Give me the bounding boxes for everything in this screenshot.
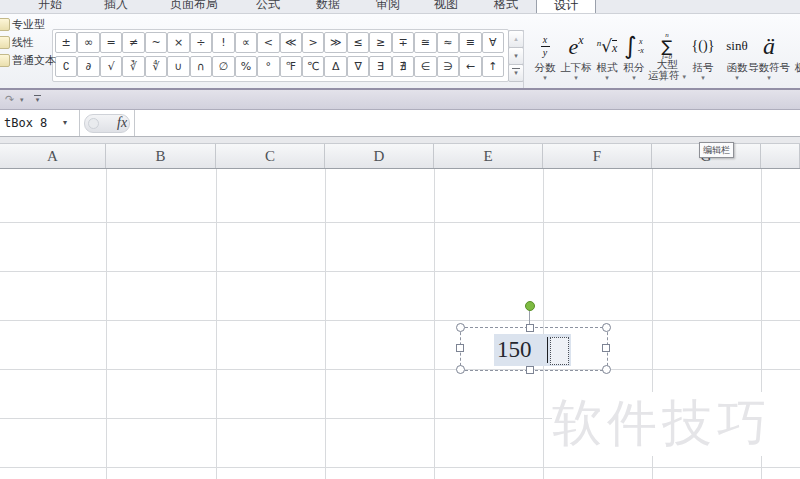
structure-item-clipped[interactable]: 极 xyxy=(789,30,800,88)
column-header-F[interactable]: F xyxy=(543,144,652,168)
rotation-handle[interactable] xyxy=(525,301,535,311)
mode-button-1[interactable]: 专业型 xyxy=(0,16,70,32)
grid-vline xyxy=(216,169,217,479)
column-header-A[interactable]: A xyxy=(0,144,106,168)
symbol-cell[interactable]: ÷ xyxy=(190,32,212,53)
symbol-cell[interactable]: ≥ xyxy=(369,32,391,53)
equation-design-ribbon: 具 ↘ ±∞=≠~×÷!∝<≪>≫≤≥∓≅≈≡∀ ∁∂√∛∜∪∩∅%°℉℃Δ∇∃… xyxy=(0,14,800,88)
symbol-cell[interactable]: ∝ xyxy=(235,32,257,53)
excel-window: 开始插入页面布局公式数据审阅视图格式设计 具 ↘ ±∞=≠~×÷!∝<≪>≫≤≥… xyxy=(0,0,800,479)
resize-handle-bottom[interactable] xyxy=(526,366,534,374)
large-operator-icon: n∑i=0 xyxy=(645,32,689,60)
symbol-cell[interactable]: > xyxy=(302,32,324,53)
symbol-cell[interactable]: ∃ xyxy=(369,56,391,77)
tab-3[interactable]: 页面布局 xyxy=(156,0,232,13)
name-box[interactable]: tBox 8 ▾ xyxy=(0,110,80,136)
symbol-cell[interactable]: ∪ xyxy=(167,56,189,77)
structure-label: 极 xyxy=(781,61,800,75)
symbol-cell[interactable]: ≅ xyxy=(414,32,436,53)
column-header-partial[interactable] xyxy=(761,144,800,168)
tab-5[interactable]: 数据 xyxy=(306,0,350,13)
symbol-cell[interactable]: ≪ xyxy=(280,32,302,53)
symbol-cell[interactable]: × xyxy=(167,32,189,53)
symbol-cell[interactable]: ℃ xyxy=(302,56,324,77)
resize-handle-bottom-left[interactable] xyxy=(456,365,465,374)
tab-1[interactable]: 开始 xyxy=(28,0,72,13)
mode-icon xyxy=(0,18,10,31)
symbol-cell[interactable]: ← xyxy=(459,56,481,77)
grid-hline xyxy=(0,369,800,370)
column-header-C[interactable]: C xyxy=(216,144,325,168)
insert-function-button[interactable]: fx xyxy=(117,110,127,136)
tab-7[interactable]: 视图 xyxy=(424,0,468,13)
resize-handle-top-right[interactable] xyxy=(602,323,611,332)
structure-item-large-operator[interactable]: n∑i=0大型运算符 ▾ xyxy=(645,30,689,88)
symbol-cell[interactable]: ∀ xyxy=(482,32,504,53)
symbol-cell[interactable]: < xyxy=(257,32,279,53)
symbol-cell[interactable]: ∋ xyxy=(437,56,459,77)
symbol-cell[interactable]: ≈ xyxy=(437,32,459,53)
grid-vline xyxy=(106,169,107,479)
resize-handle-right[interactable] xyxy=(602,344,610,352)
column-header-D[interactable]: D xyxy=(325,144,434,168)
grid-hline xyxy=(0,222,800,223)
symbol-cell[interactable]: ∈ xyxy=(414,56,436,77)
symbol-cell[interactable]: = xyxy=(100,32,122,53)
resize-handle-left[interactable] xyxy=(456,344,464,352)
symbol-cell[interactable]: ~ xyxy=(145,32,167,53)
symbol-cell[interactable]: ° xyxy=(257,56,279,77)
symbol-cell[interactable]: ∞ xyxy=(77,32,99,53)
symbol-cell[interactable]: ≠ xyxy=(122,32,144,53)
tab-9[interactable]: 设计 xyxy=(536,0,596,14)
mode-label: 线性 xyxy=(12,34,34,50)
equation-editor[interactable]: 150 xyxy=(494,334,571,366)
mode-icon xyxy=(0,54,10,67)
tab-8[interactable]: 格式 xyxy=(484,0,528,13)
symbol-cell[interactable]: % xyxy=(235,56,257,77)
mode-button-2[interactable]: 线性 xyxy=(0,34,70,50)
symbol-cell[interactable]: ∅ xyxy=(212,56,234,77)
resize-handle-top-left[interactable] xyxy=(456,323,465,332)
symbol-cell[interactable]: ≤ xyxy=(347,32,369,53)
resize-handle-top[interactable] xyxy=(526,324,534,332)
customize-qat-caret: ▾ xyxy=(33,97,42,103)
name-box-dropdown-icon[interactable]: ▾ xyxy=(63,110,67,136)
symbol-cell[interactable]: Δ xyxy=(324,56,346,77)
resize-handle-bottom-right[interactable] xyxy=(602,365,611,374)
column-header-B[interactable]: B xyxy=(106,144,216,168)
symbol-cell[interactable]: ∩ xyxy=(190,56,212,77)
gallery-scroll-up-icon[interactable]: ▴ xyxy=(508,30,524,48)
symbol-cell[interactable]: ∄ xyxy=(392,56,414,77)
symbols-row-1: ±∞=≠~×÷!∝<≪>≫≤≥∓≅≈≡∀ xyxy=(55,32,504,53)
symbol-cell[interactable]: ! xyxy=(212,32,234,53)
symbol-cell[interactable]: ∇ xyxy=(347,56,369,77)
chevron-down-icon: ▾ xyxy=(747,74,791,82)
symbol-cell[interactable]: ∜ xyxy=(145,56,167,77)
structure-item-script[interactable]: ex上下标▾ xyxy=(557,30,595,88)
symbol-cell[interactable]: √ xyxy=(100,56,122,77)
customize-qat-icon[interactable]: ▾ xyxy=(33,94,42,103)
tab-6[interactable]: 审阅 xyxy=(366,0,410,13)
formula-input[interactable] xyxy=(135,110,800,136)
symbol-cell[interactable]: ℉ xyxy=(280,56,302,77)
grid-vline xyxy=(325,169,326,479)
tab-2[interactable]: 插入 xyxy=(94,0,138,13)
grid-hline xyxy=(0,467,800,468)
ribbon-tab-bar: 开始插入页面布局公式数据审阅视图格式设计 xyxy=(0,0,800,14)
redo-icon[interactable]: ↷ xyxy=(5,90,14,109)
symbol-cell[interactable]: ≫ xyxy=(324,32,346,53)
symbol-cell[interactable]: ∂ xyxy=(77,56,99,77)
symbol-cell[interactable]: ∓ xyxy=(392,32,414,53)
redo-dropdown-icon[interactable]: ▾ xyxy=(20,90,24,109)
structure-item-accent[interactable]: ä导数符号▾ xyxy=(747,30,791,88)
tab-4[interactable]: 公式 xyxy=(246,0,290,13)
mode-button-3[interactable]: 普通文本 xyxy=(0,52,70,68)
quick-access-toolbar: ↷ ▾ ▾ xyxy=(0,90,800,110)
structure-item-bracket[interactable]: {()}括号▾ xyxy=(689,30,717,88)
column-header-E[interactable]: E xyxy=(434,144,543,168)
equation-placeholder-box[interactable] xyxy=(550,337,569,365)
symbol-cell[interactable]: ∛ xyxy=(122,56,144,77)
symbol-cell[interactable]: ≡ xyxy=(459,32,481,53)
symbol-cell[interactable]: ↑ xyxy=(482,56,504,77)
text-cursor xyxy=(547,337,548,363)
